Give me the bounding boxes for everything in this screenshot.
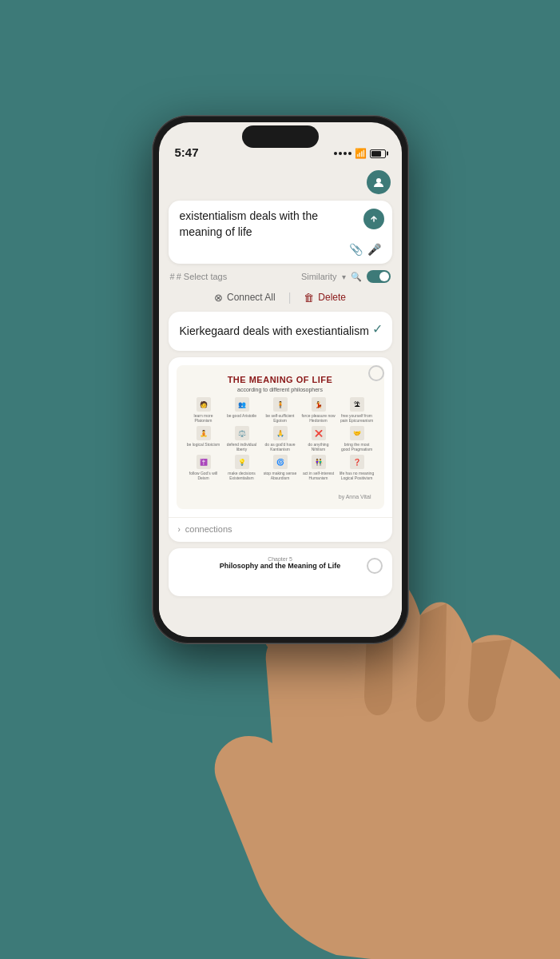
delete-button[interactable]: 🗑 Delete xyxy=(304,292,346,304)
search-actions xyxy=(363,209,384,229)
meaning-of-life-image: THE MEANING OF LIFE according to differe… xyxy=(177,365,384,509)
tags-selector[interactable]: # # Select tags xyxy=(170,272,228,281)
connections-chevron-icon: › xyxy=(178,525,181,534)
infographic-subtitle: according to different philosophers xyxy=(237,387,323,392)
connect-all-label: Connect All xyxy=(227,292,276,303)
status-time: 5:47 xyxy=(175,145,199,159)
phone-screen: 5:47 📶 xyxy=(159,122,402,637)
search-box[interactable]: existentialism deals with the meaning of… xyxy=(169,201,392,264)
action-divider: | xyxy=(288,291,292,304)
screen-content: existentialism deals with the meaning of… xyxy=(159,164,402,637)
wifi-icon: 📶 xyxy=(355,148,367,159)
infographic-author: by Anna Vital xyxy=(186,494,375,499)
connections-row[interactable]: › connections xyxy=(169,517,392,542)
delete-icon: 🗑 xyxy=(304,292,314,304)
dynamic-island xyxy=(242,125,319,148)
top-row xyxy=(169,170,392,194)
chapter-title: Philosophy and the Meaning of Life xyxy=(178,562,383,570)
similarity-area: Similarity ▾ 🔍 xyxy=(301,270,391,283)
connect-all-button[interactable]: ⊗ Connect All xyxy=(214,292,276,304)
infographic-title: THE MEANING OF LIFE xyxy=(228,375,333,385)
mic-icon[interactable]: 🎤 xyxy=(367,243,381,256)
search-small-icon: 🔍 xyxy=(351,272,362,282)
svg-point-0 xyxy=(376,178,381,183)
profile-icon[interactable] xyxy=(367,170,391,194)
similarity-label: Similarity xyxy=(301,272,337,281)
chapter-label: Chapter 5 xyxy=(178,556,383,562)
meaning-of-life-card[interactable]: THE MEANING OF LIFE according to differe… xyxy=(169,357,392,542)
signal-icon xyxy=(334,152,351,155)
card-checkmark: ✓ xyxy=(372,321,383,336)
similarity-toggle[interactable] xyxy=(367,270,391,283)
attach-icon[interactable]: 📎 xyxy=(349,243,363,256)
philosopher-grid: 🧑learn more Platonism 👥be good Aristotle… xyxy=(186,397,375,480)
select-tags-label: # Select tags xyxy=(177,272,228,281)
filter-row: # # Select tags Similarity ▾ 🔍 xyxy=(169,270,392,283)
actions-row: ⊗ Connect All | 🗑 Delete xyxy=(169,289,392,305)
battery-icon xyxy=(370,149,386,158)
input-icons: 📎 🎤 xyxy=(180,243,381,256)
connections-label: connections xyxy=(185,524,232,534)
phone-shell: 5:47 📶 xyxy=(153,116,408,643)
similarity-chevron[interactable]: ▾ xyxy=(342,273,346,281)
status-icons: 📶 xyxy=(334,148,386,159)
hash-icon: # xyxy=(170,272,175,281)
send-button[interactable] xyxy=(363,209,384,229)
kierkegaard-card[interactable]: Kierkegaard deals with exestiantialism ✓ xyxy=(169,312,392,351)
kierkegaard-card-text: Kierkegaard deals with exestiantialism xyxy=(180,323,381,340)
connect-icon: ⊗ xyxy=(214,292,223,304)
search-query-text: existentialism deals with the meaning of… xyxy=(180,209,381,240)
partial-card-content: Chapter 5 Philosophy and the Meaning of … xyxy=(169,548,392,578)
partial-book-card[interactable]: Chapter 5 Philosophy and the Meaning of … xyxy=(169,548,392,596)
delete-label: Delete xyxy=(318,292,346,303)
